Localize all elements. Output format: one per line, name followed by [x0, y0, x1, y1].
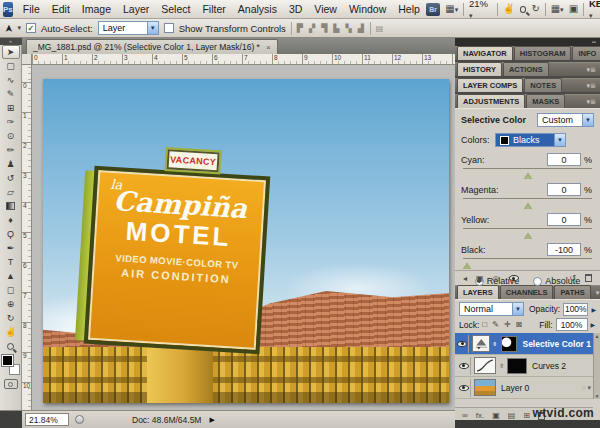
quick-mask-button[interactable]	[4, 379, 18, 389]
panel-menu-icon[interactable]: ▾≣	[583, 66, 600, 76]
tab-adjustments[interactable]: ADJUSTMENTS	[457, 94, 525, 108]
quick-selection-tool[interactable]: ✎	[2, 87, 20, 101]
blend-mode-dropdown[interactable]: Normal▼	[459, 302, 524, 316]
lock-all-icon[interactable]: ⊠	[516, 320, 525, 329]
workspace-switcher[interactable]: KEN ▾	[589, 0, 600, 20]
lock-paint-icon[interactable]: ✎	[492, 320, 501, 329]
tab-history[interactable]: HISTORY	[457, 62, 502, 76]
collapse-dock-icon[interactable]: ▪▪	[455, 38, 600, 46]
tab-paths[interactable]: PATHS	[554, 285, 590, 299]
link-layers-icon[interactable]: ∞	[462, 411, 468, 420]
healing-brush-tool[interactable]: ⊙	[2, 129, 20, 143]
layer-style-icon[interactable]: fx.	[476, 411, 484, 420]
show-transform-checkbox[interactable]	[164, 23, 174, 33]
cyan-slider[interactable]	[463, 168, 592, 177]
menu-3d[interactable]: 3D	[283, 1, 308, 17]
auto-align-layers-icon[interactable]: ▤	[376, 24, 385, 33]
panel-toggle-icon[interactable]: ▣	[476, 274, 484, 283]
zoom-tool-icon[interactable]	[520, 6, 526, 13]
reset-icon[interactable]: ↺	[569, 274, 576, 283]
eyedropper-tool[interactable]: ✑	[2, 115, 20, 129]
lasso-tool[interactable]: ∿	[2, 73, 20, 87]
adjustment-layer-thumbnail[interactable]	[472, 335, 491, 352]
layer-visibility-toggle[interactable]	[457, 335, 469, 353]
align-left-icon[interactable]: ▛	[297, 24, 304, 33]
yellow-value-field[interactable]: 0	[547, 213, 581, 226]
delete-adjustment-icon[interactable]	[585, 274, 592, 282]
back-arrow-icon[interactable]: ◂	[463, 274, 467, 283]
bridge-icon[interactable]: Br	[426, 3, 440, 16]
opacity-field[interactable]: 100%	[563, 303, 588, 316]
menu-help[interactable]: Help	[392, 1, 426, 17]
tab-info[interactable]: INFO	[572, 46, 600, 60]
zoom-level-dropdown[interactable]: 21% ▾	[469, 0, 491, 20]
layer-row-layer0[interactable]: Layer 0 ◌ ▾	[455, 377, 593, 399]
tab-masks[interactable]: MASKS	[526, 94, 565, 108]
close-tab-icon[interactable]: ×	[266, 43, 271, 52]
layer-visibility-toggle[interactable]	[457, 379, 471, 397]
arrange-documents-icon[interactable]: ▦▾	[551, 4, 564, 14]
clone-stamp-tool[interactable]: ♟	[2, 157, 20, 171]
history-brush-tool[interactable]: ↺	[2, 171, 20, 185]
tab-notes[interactable]: NOTES	[524, 78, 562, 92]
new-layer-icon[interactable]: ⊞	[523, 411, 530, 420]
path-selection-tool[interactable]: ▲	[2, 269, 20, 283]
menu-analysis[interactable]: Analysis	[232, 1, 283, 17]
new-group-icon[interactable]: ▤	[508, 411, 516, 420]
black-value-field[interactable]: -100	[547, 243, 581, 256]
mask-link-icon[interactable]: ∞	[492, 341, 498, 345]
tab-navigator[interactable]: NAVIGATOR	[457, 46, 513, 60]
align-center-icon[interactable]: ▞	[309, 24, 316, 33]
3d-rotate-tool[interactable]: ⊕	[2, 297, 20, 311]
menu-file[interactable]: File	[17, 1, 46, 17]
brush-tool[interactable]: ✏	[2, 143, 20, 157]
status-options-arrow-icon[interactable]: ▶	[209, 416, 214, 424]
dodge-tool[interactable]: Ϙ	[2, 227, 20, 241]
marquee-tool[interactable]: ▢	[2, 59, 20, 73]
cyan-value-field[interactable]: 0	[547, 153, 581, 166]
pen-tool[interactable]: ✒	[2, 241, 20, 255]
curves-layer-thumbnail[interactable]	[474, 357, 496, 374]
layer-mask-thumbnail[interactable]	[507, 358, 527, 374]
panel-menu-icon[interactable]: ▾≣	[583, 98, 600, 108]
photo-document[interactable]: la Campiña MOTEL VIDEO MOVIE·COLOR TV AI…	[43, 79, 449, 403]
canvas-area[interactable]: la Campiña MOTEL VIDEO MOVIE·COLOR TV AI…	[32, 65, 455, 410]
panel-menu-icon[interactable]: ▾≣	[592, 289, 600, 299]
add-mask-icon[interactable]: ▣	[492, 411, 500, 420]
tab-layers[interactable]: LAYERS	[457, 285, 499, 299]
shape-tool[interactable]: ◻	[2, 283, 20, 297]
tab-actions[interactable]: ACTIONS	[503, 62, 549, 76]
lock-position-icon[interactable]: ✛	[504, 320, 513, 329]
zoom-tool[interactable]	[2, 339, 20, 353]
menu-layer[interactable]: Layer	[117, 1, 155, 17]
tab-histogram[interactable]: HISTOGRAM	[514, 46, 572, 60]
colors-dropdown[interactable]: Blacks ▼	[495, 133, 566, 147]
blur-tool[interactable]: ♦	[2, 213, 20, 227]
menu-filter[interactable]: Filter	[196, 1, 231, 17]
yellow-slider[interactable]	[463, 228, 592, 237]
menu-select[interactable]: Select	[155, 1, 196, 17]
foreground-color-swatch[interactable]	[2, 355, 13, 366]
visibility-eye-icon[interactable]	[509, 275, 519, 281]
layer-mask-thumbnail[interactable]	[501, 336, 518, 352]
clip-to-layer-icon[interactable]: ◎	[493, 274, 500, 283]
preset-dropdown[interactable]: Custom▼	[537, 113, 594, 127]
layer-row-curves[interactable]: ∞ Curves 2	[455, 355, 593, 377]
align-middle-icon[interactable]: ▚	[345, 24, 352, 33]
layer-visibility-toggle[interactable]	[457, 357, 471, 375]
magenta-value-field[interactable]: 0	[547, 183, 581, 196]
auto-select-mode-dropdown[interactable]: Layer▼	[98, 21, 159, 35]
magenta-slider[interactable]	[463, 198, 592, 207]
align-top-icon[interactable]: ▙	[333, 24, 340, 33]
zoom-percentage-field[interactable]: 21.84%	[25, 413, 69, 426]
view-extras-icon[interactable]: ▦▾	[445, 4, 458, 14]
3d-orbit-tool[interactable]: ↻	[2, 311, 20, 325]
mask-link-icon[interactable]: ∞	[499, 363, 505, 368]
fill-spinner-icon[interactable]: ▶	[591, 321, 596, 328]
menu-view[interactable]: View	[308, 1, 343, 17]
lock-transparency-icon[interactable]: □	[482, 320, 489, 329]
crop-tool[interactable]: ⊞	[2, 101, 20, 115]
menu-window[interactable]: Window	[343, 1, 392, 17]
tool-preset-caret-icon[interactable]: ▾	[17, 24, 21, 32]
layer-row-selective-color[interactable]: ∞ Selective Color 1	[455, 333, 593, 355]
